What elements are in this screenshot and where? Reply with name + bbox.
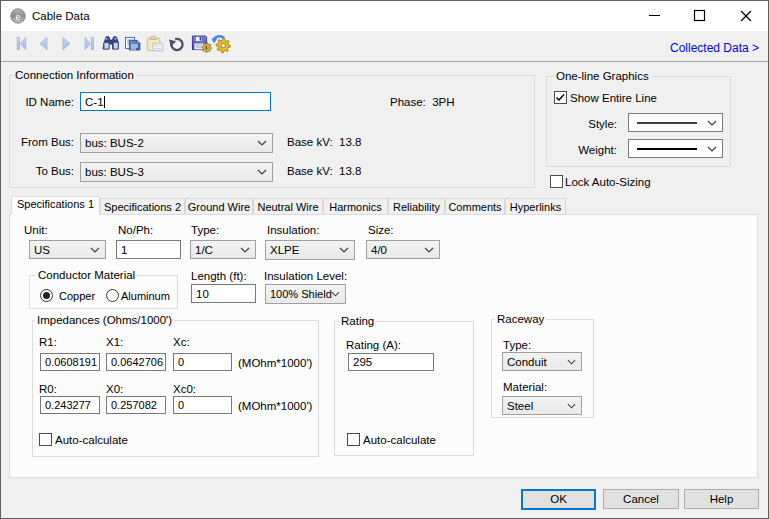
svg-text:e: e [16, 10, 21, 22]
